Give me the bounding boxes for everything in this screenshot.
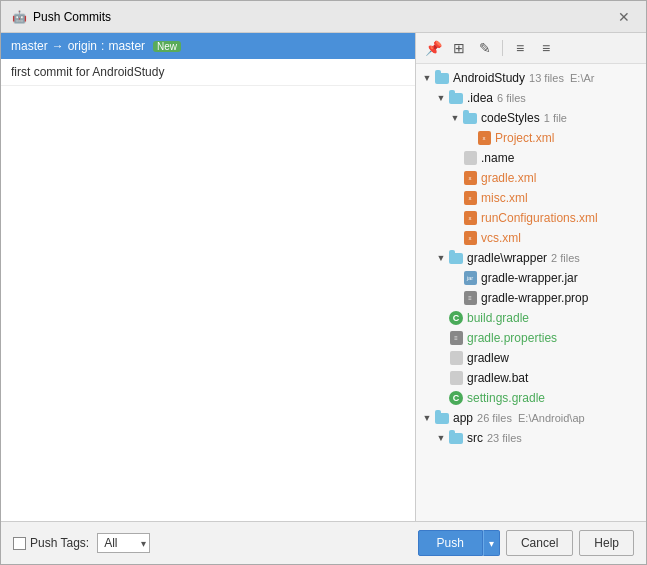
branch-from: master [11,39,48,53]
tree-label: gradle-wrapper.prop [481,291,588,305]
tree-item[interactable]: ▼ .idea 6 files [416,88,646,108]
push-tags-label: Push Tags: [30,536,89,550]
tree-label: misc.xml [481,191,528,205]
right-panel: 📌 ⊞ ✎ ≡ ≡ ▼ AndroidStudy 13 files E:\Ar [416,33,646,521]
tree-toggle[interactable]: ▼ [434,253,448,263]
xml-icon: x [462,190,478,206]
tree-item[interactable]: .name [416,148,646,168]
tree-item[interactable]: x gradle.xml [416,168,646,188]
tree-label: codeStyles [481,111,540,125]
tree-item[interactable]: x misc.xml [416,188,646,208]
text-icon [448,350,464,366]
tree-meta: 13 files E:\Ar [529,72,594,84]
tree-item[interactable]: ▼ app 26 files E:\Android\ap [416,408,646,428]
dialog-icon: 🤖 [11,9,27,25]
xml-icon: x [462,230,478,246]
tree-label: app [453,411,473,425]
gradle-icon: C [448,310,464,326]
folder-icon [448,430,464,446]
commit-list: master → origin : master New first commi… [1,33,415,521]
branch-arrow: → [52,39,64,53]
tree-label: vcs.xml [481,231,521,245]
tree-label: settings.gradle [467,391,545,405]
tree-item[interactable]: C settings.gradle [416,388,646,408]
tags-select-wrap[interactable]: All None ▾ [97,533,150,553]
commit-header[interactable]: master → origin : master New [1,33,415,59]
branch-separator: : [101,39,104,53]
tree-label: Project.xml [495,131,554,145]
xml-icon: x [476,130,492,146]
commit-item[interactable]: first commit for AndroidStudy [1,59,415,86]
tree-label: gradle\wrapper [467,251,547,265]
new-badge: New [153,41,181,52]
tree-label: .idea [467,91,493,105]
help-button[interactable]: Help [579,530,634,556]
tree-item[interactable]: x vcs.xml [416,228,646,248]
title-bar-left: 🤖 Push Commits [11,9,111,25]
tree-item[interactable]: ▼ codeStyles 1 file [416,108,646,128]
pin-button[interactable]: 📌 [422,37,444,59]
text-icon [448,370,464,386]
tree-label: gradlew.bat [467,371,528,385]
tree-item[interactable]: ▼ gradle\wrapper 2 files [416,248,646,268]
tree-item[interactable]: ▼ src 23 files [416,428,646,448]
close-button[interactable]: ✕ [612,7,636,27]
xml-icon: x [462,210,478,226]
text-icon [462,150,478,166]
tree-meta: 26 files E:\Android\ap [477,412,585,424]
push-button[interactable]: Push [418,530,483,556]
cancel-button[interactable]: Cancel [506,530,573,556]
jar-icon: jar [462,270,478,286]
diff-button[interactable]: ⊞ [448,37,470,59]
tree-label: src [467,431,483,445]
folder-icon [462,110,478,126]
push-tags-checkbox[interactable] [13,537,26,550]
bottom-bar: Push Tags: All None ▾ Push ▾ Cancel Help [1,521,646,564]
tree-label: gradlew [467,351,509,365]
tree-toggle[interactable]: ▼ [420,73,434,83]
commit-message: first commit for AndroidStudy [11,65,164,79]
tree-toggle[interactable]: ▼ [448,113,462,123]
tree-meta: 1 file [544,112,567,124]
folder-icon [434,70,450,86]
tree-toggle[interactable]: ▼ [420,413,434,423]
props-icon: ≡ [448,330,464,346]
remote-name: origin [68,39,97,53]
tree-label: .name [481,151,514,165]
tree-label: runConfigurations.xml [481,211,598,225]
tree-label: build.gradle [467,311,529,325]
tree-meta: 23 files [487,432,522,444]
tree-label: AndroidStudy [453,71,525,85]
tree-item[interactable]: C build.gradle [416,308,646,328]
tree-item[interactable]: ≡ gradle-wrapper.prop [416,288,646,308]
branch-to: master [108,39,145,53]
tree-item[interactable]: x runConfigurations.xml [416,208,646,228]
tree-item[interactable]: gradlew [416,348,646,368]
tree-toggle[interactable]: ▼ [434,93,448,103]
gradle-icon: C [448,390,464,406]
edit-button[interactable]: ✎ [474,37,496,59]
file-tree: ▼ AndroidStudy 13 files E:\Ar ▼ .idea 6 … [416,64,646,521]
title-bar: 🤖 Push Commits ✕ [1,1,646,33]
tree-item[interactable]: jar gradle-wrapper.jar [416,268,646,288]
tree-label: gradle.properties [467,331,557,345]
left-panel: master → origin : master New first commi… [1,33,416,521]
tree-item[interactable]: ▼ AndroidStudy 13 files E:\Ar [416,68,646,88]
folder-icon [448,90,464,106]
main-content: master → origin : master New first commi… [1,33,646,521]
push-commits-dialog: 🤖 Push Commits ✕ master → origin : maste… [0,0,647,565]
tree-meta: 2 files [551,252,580,264]
folder-icon [448,250,464,266]
menu-button[interactable]: ≡ [535,37,557,59]
tags-select[interactable]: All None [97,533,150,553]
tree-item[interactable]: ≡ gradle.properties [416,328,646,348]
folder-icon [434,410,450,426]
sort-button[interactable]: ≡ [509,37,531,59]
tree-toggle[interactable]: ▼ [434,433,448,443]
push-dropdown-button[interactable]: ▾ [483,530,500,556]
props-icon: ≡ [462,290,478,306]
tree-item[interactable]: x Project.xml [416,128,646,148]
footer-buttons: Push ▾ Cancel Help [418,530,634,556]
tree-item[interactable]: gradlew.bat [416,368,646,388]
push-button-group: Push ▾ [418,530,500,556]
